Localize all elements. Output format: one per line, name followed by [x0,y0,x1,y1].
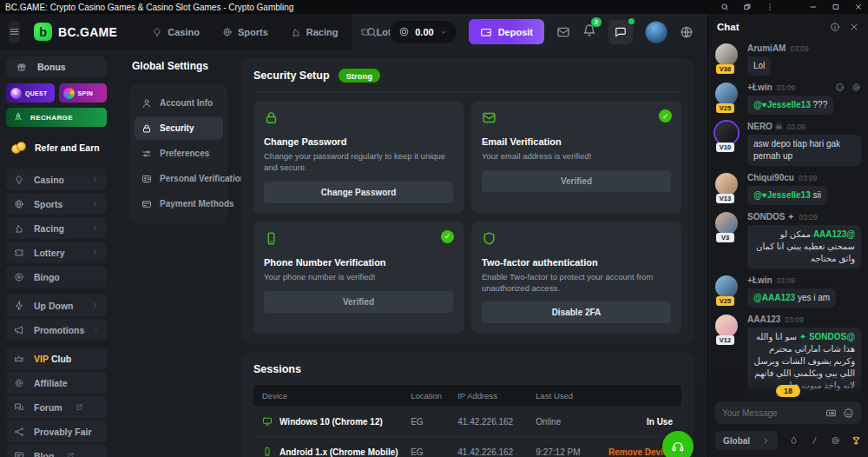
menu-icon [9,26,20,37]
coin-drop-icon[interactable] [831,435,840,446]
new-messages-badge[interactable]: 18 [776,385,800,397]
sidebar-item-bonus[interactable]: Bonus [6,56,107,77]
credit-card-icon [141,199,152,209]
notifications-button[interactable]: 2 [582,23,596,41]
message-input[interactable] [722,408,819,418]
sidebar-item-sports[interactable]: Sports [6,193,107,215]
chat-panel: Chat V36 ArumiAM 03:09 Lol [707,14,868,457]
sidebar-item-casino[interactable]: Casino [6,169,107,190]
nav-link-racing[interactable]: Racing [291,27,339,37]
change-password-card: Change Password Change your password reg… [253,101,464,214]
chevron-right-icon [91,224,99,232]
chat-username[interactable]: SONDOS ✦ [747,212,795,222]
phone-verified-button[interactable]: Verified [264,291,453,313]
change-password-button[interactable]: Change Password [264,182,453,203]
nav-link-casino[interactable]: Casino [152,27,200,37]
tab-account-info[interactable]: Account Info [135,91,223,115]
nav-link-sports[interactable]: Sports [222,27,268,37]
titlebar-tabs-icon[interactable] [743,3,752,11]
close-window-button[interactable] [854,3,863,11]
search-icon[interactable] [365,26,378,38]
sessions-panel: Sessions Device Location IP Address Last… [241,353,694,457]
lock-icon [264,110,279,125]
window-title: BC.GAME: Crypto Casino Games & Casino Sl… [5,3,720,12]
chat-message: V12 AAA123 03:09 @SONDOS ✦ سو انا والله … [715,315,861,394]
chat-channel-select[interactable]: Global [715,431,778,450]
avatar[interactable] [715,43,738,66]
rain-tip-icon[interactable] [789,435,799,446]
chat-username[interactable]: AAA123 [747,315,780,324]
chat-username[interactable]: ArumiAM [747,43,786,53]
chat-channel-label: Global [723,436,750,446]
chat-username[interactable]: Chiqui90cu [747,173,794,182]
tab-payment-methods[interactable]: Payment Methods [135,192,223,215]
disable-2fa-button[interactable]: Disable 2FA [482,301,671,323]
chat-username[interactable]: NERO ☠ [747,122,783,131]
settings-menu: Account Info Security Preferences P [130,84,227,224]
chat-close-icon[interactable] [849,22,859,32]
trophy-icon[interactable] [852,435,861,446]
gif-icon[interactable] [825,407,837,419]
avatar[interactable] [715,173,738,195]
avatar[interactable] [715,315,738,337]
headset-icon [671,440,685,454]
email-verified-button[interactable]: Verified [482,170,671,192]
sidebar-item-vip-club[interactable]: VIPClub [6,348,107,369]
avatar[interactable] [715,275,738,298]
tab-security[interactable]: Security [135,116,223,140]
chat-toolbar: Global [715,431,861,450]
balance-selector[interactable]: 0.00 [390,21,456,43]
minimize-button[interactable] [809,3,818,11]
brand-logo[interactable]: b BC.GAME [34,23,117,41]
chat-username[interactable]: +Łwin [747,83,773,92]
chat-message: V3 SONDOS ✦ 03:09 @AAA123 ممكن لو سمحتي … [715,212,861,268]
sidebar-item-forum[interactable]: Forum [6,396,107,418]
chat-title: Chat [717,22,821,32]
language-globe-icon[interactable] [680,25,694,39]
online-dot [628,18,635,24]
person-icon [141,98,152,109]
messages-icon[interactable] [556,25,570,39]
chat-timestamp: 03:09 [799,174,817,182]
avatar[interactable] [715,212,738,235]
wallet-icon [480,26,492,38]
titlebar-search-icon[interactable] [720,3,729,11]
vip-badge: V25 [716,296,734,306]
tab-preferences[interactable]: Preferences [135,142,223,165]
mention-icon[interactable] [852,83,861,92]
refer-and-earn-button[interactable]: Refer and Earn [6,136,107,160]
tab-personal-verification[interactable]: Personal Verification [135,167,223,190]
chat-timestamp: 03:09 [790,44,808,53]
table-row: Windows 10 (Chrome 12) EG 41.42.226.162 … [253,407,681,437]
chat-info-icon[interactable] [830,22,840,32]
sidebar-item-bingo[interactable]: Bingo [6,266,107,288]
emoji-icon[interactable] [843,407,854,419]
maximize-button[interactable] [832,3,840,11]
titlebar-menu-icon[interactable] [766,3,774,11]
sidebar-item-racing[interactable]: Racing [6,217,107,239]
chat-message: V36 ArumiAM 03:09 Lol [715,43,861,76]
casino-icon [152,27,162,37]
sidebar-item-up-down[interactable]: Up Down [6,295,107,316]
recharge-button[interactable]: RECHARGE [6,108,107,127]
user-avatar[interactable] [645,21,667,43]
chat-bubble: @AAA123 ممكن لو سمحتي تعطيه يبني انا كما… [747,225,861,268]
deposit-button[interactable]: Deposit [469,19,544,44]
react-emoji-icon[interactable] [835,83,845,92]
quest-button[interactable]: QUEST [6,83,55,103]
spin-button[interactable]: SPIN [59,83,108,103]
live-support-button[interactable] [662,431,694,457]
affiliate-icon [14,378,24,388]
sidebar-item-blog[interactable]: Blog [6,445,107,457]
chat-toggle-button[interactable] [608,20,633,44]
chat-username[interactable]: +Łwin [747,275,773,285]
hamburger-menu-button[interactable] [9,21,20,43]
chat-rules-icon[interactable] [810,435,819,446]
sidebar-item-affiliate[interactable]: Affiliate [6,372,107,394]
avatar[interactable] [715,83,738,105]
avatar[interactable] [715,122,738,144]
sidebar-item-promotions[interactable]: Promotions [6,319,107,341]
sidebar-item-provably-fair[interactable]: Provably Fair [6,421,107,442]
sidebar-item-lottery[interactable]: Lottery [6,242,107,263]
message-input-wrap[interactable] [715,401,861,424]
